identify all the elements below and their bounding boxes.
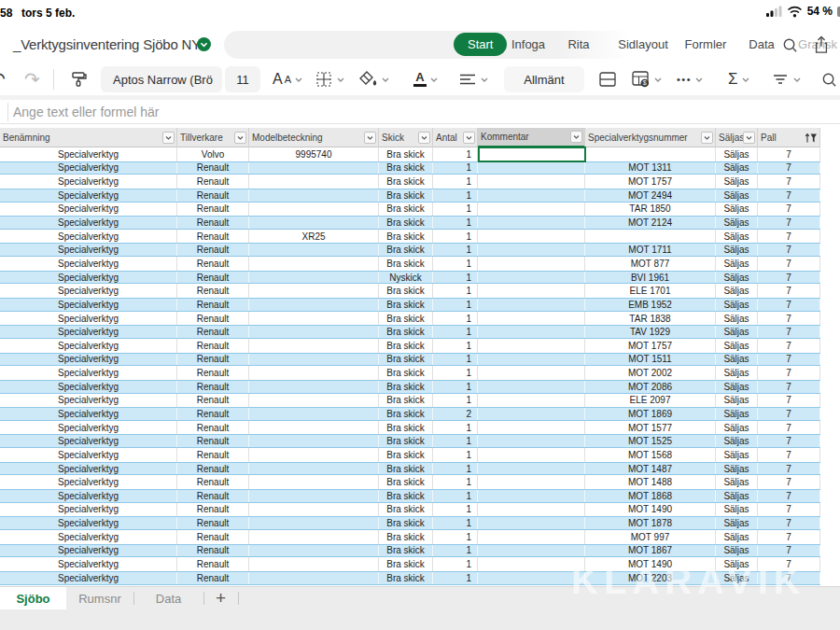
cell[interactable]: TAR 1850 <box>585 203 716 217</box>
cell[interactable]: Renault <box>177 435 249 447</box>
cell[interactable] <box>478 299 585 311</box>
cell[interactable] <box>585 147 716 161</box>
cell[interactable]: Säljas <box>716 284 758 298</box>
cell[interactable]: MOT 877 <box>585 257 716 271</box>
cell[interactable]: Specialverktyg <box>0 545 177 557</box>
cell[interactable]: MOT 1757 <box>585 175 716 189</box>
cell[interactable] <box>478 408 585 420</box>
cell[interactable]: Renault <box>177 299 249 311</box>
column-header-tillverkare[interactable]: Tillverkare <box>177 128 249 147</box>
cell[interactable]: Specialverktyg <box>0 272 177 284</box>
cell[interactable]: 2 <box>433 408 478 420</box>
column-header-kommentar[interactable]: Kommentar <box>478 128 585 147</box>
cell[interactable] <box>478 326 585 338</box>
cell[interactable]: Bra skick <box>379 572 433 584</box>
cell[interactable]: 1 <box>433 381 478 393</box>
cell[interactable]: MOT 1311 <box>585 162 716 175</box>
cell[interactable]: Säljas <box>716 244 758 256</box>
add-sheet-button[interactable]: + <box>203 587 238 609</box>
cell[interactable]: 7 <box>758 230 820 244</box>
cell[interactable] <box>249 244 379 256</box>
cell[interactable]: MOT 1869 <box>585 408 716 420</box>
cell[interactable] <box>478 272 585 284</box>
cell[interactable]: Säljas <box>716 517 758 529</box>
cell[interactable]: Renault <box>177 217 249 229</box>
cell[interactable]: Bra skick <box>379 299 433 311</box>
cell[interactable] <box>478 366 585 380</box>
cell[interactable]: Säljas <box>716 421 758 435</box>
filter-dropdown-button[interactable] <box>364 132 376 144</box>
cell[interactable]: 7 <box>758 272 820 284</box>
column-header-specialverktygsnummer[interactable]: Specialverktygsnummer <box>585 128 716 147</box>
cell[interactable]: Specialverktyg <box>0 381 177 393</box>
cell[interactable]: Bra skick <box>379 557 433 571</box>
cell[interactable] <box>478 230 585 244</box>
cell[interactable]: 7 <box>758 189 820 202</box>
cell[interactable]: Bra skick <box>379 435 433 447</box>
find-in-sheet-button[interactable] <box>820 63 838 95</box>
font-color-button[interactable]: A <box>413 63 439 95</box>
cell[interactable]: Säljas <box>716 530 758 544</box>
cell[interactable]: Säljas <box>716 448 758 462</box>
cell[interactable]: 7 <box>758 545 820 557</box>
cell[interactable]: Specialverktyg <box>0 557 177 571</box>
cell[interactable] <box>478 244 585 256</box>
cell[interactable] <box>478 530 585 544</box>
cell[interactable]: Renault <box>177 230 249 244</box>
cell[interactable]: Säljas <box>716 381 758 393</box>
cell[interactable]: Specialverktyg <box>0 366 177 380</box>
more-options-button[interactable]: ••• <box>677 63 704 95</box>
cell[interactable] <box>249 189 379 202</box>
cell[interactable]: Specialverktyg <box>0 463 177 475</box>
font-size-selector[interactable]: 11 <box>225 66 260 92</box>
cell[interactable] <box>478 517 585 529</box>
cell[interactable]: BVI 1961 <box>585 272 716 284</box>
cell[interactable]: 1 <box>433 217 478 229</box>
cell[interactable]: MOT 2124 <box>585 217 716 229</box>
cell[interactable] <box>249 421 379 435</box>
cell[interactable] <box>249 354 379 366</box>
cell[interactable]: Bra skick <box>379 326 433 338</box>
cell[interactable]: Renault <box>177 503 249 517</box>
filter-dropdown-button[interactable] <box>743 132 755 144</box>
cell[interactable]: 1 <box>433 475 478 489</box>
cell[interactable]: Säljas <box>716 354 758 366</box>
cell[interactable]: Renault <box>177 312 249 326</box>
cell[interactable]: 1 <box>433 421 478 435</box>
cell[interactable]: 7 <box>758 435 820 447</box>
cell[interactable]: Specialverktyg <box>0 448 177 462</box>
cell[interactable] <box>249 381 379 393</box>
cell[interactable]: Säljas <box>716 147 758 161</box>
cell[interactable]: Bra skick <box>379 530 433 544</box>
filter-dropdown-button[interactable] <box>418 132 430 144</box>
cell[interactable]: 1 <box>433 147 478 161</box>
cell[interactable] <box>249 517 379 529</box>
cell[interactable] <box>249 572 379 584</box>
cell[interactable]: Specialverktyg <box>0 284 177 298</box>
cell[interactable]: Säljas <box>716 312 758 326</box>
column-header-skick[interactable]: Skick <box>379 128 433 147</box>
cell[interactable]: Renault <box>177 475 249 489</box>
cell[interactable]: MOT 997 <box>585 530 716 544</box>
cell[interactable]: Bra skick <box>379 147 433 161</box>
cell[interactable]: 7 <box>758 366 820 380</box>
selected-cell-outline[interactable] <box>478 147 586 162</box>
cell[interactable]: 7 <box>758 175 820 189</box>
cell[interactable]: Bra skick <box>379 463 433 475</box>
cell[interactable]: Säljas <box>716 503 758 517</box>
fill-color-button[interactable] <box>357 63 390 95</box>
cell[interactable]: 7 <box>758 147 820 161</box>
ribbon-tab-start[interactable]: Start <box>454 33 507 56</box>
cell[interactable]: Renault <box>177 162 249 175</box>
cell[interactable]: 7 <box>758 299 820 311</box>
cell[interactable]: 7 <box>758 244 820 256</box>
cell[interactable]: Specialverktyg <box>0 490 177 502</box>
cell[interactable] <box>249 503 379 517</box>
cell[interactable]: ELE 1701 <box>585 284 716 298</box>
cell[interactable] <box>249 284 379 298</box>
cell[interactable]: Bra skick <box>379 312 433 326</box>
cell[interactable]: Bra skick <box>379 175 433 189</box>
cell[interactable]: Renault <box>177 189 249 202</box>
cell[interactable] <box>249 545 379 557</box>
filter-dropdown-button[interactable] <box>701 132 713 144</box>
